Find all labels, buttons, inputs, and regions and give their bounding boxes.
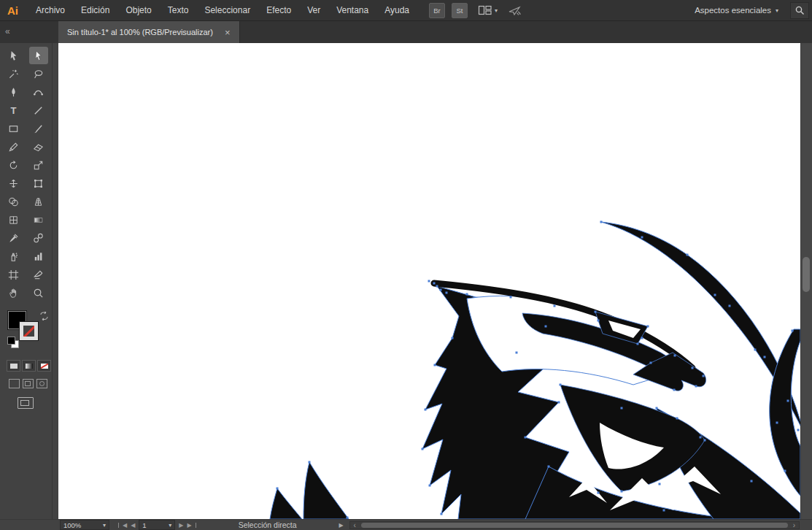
shape-builder-tool[interactable] bbox=[4, 193, 23, 210]
menu-texto[interactable]: Texto bbox=[160, 5, 197, 15]
menubar: Ai Archivo Edición Objeto Texto Seleccio… bbox=[0, 0, 812, 21]
rectangle-tool[interactable] bbox=[4, 120, 23, 137]
tools-panel: T bbox=[0, 43, 53, 519]
menu-objeto[interactable]: Objeto bbox=[117, 5, 159, 15]
direct-selection-tool[interactable] bbox=[29, 47, 48, 64]
first-artboard-button[interactable]: ◀ bbox=[123, 522, 127, 529]
previous-artboard-button[interactable]: ◀ bbox=[131, 522, 135, 529]
menu-archivo[interactable]: Archivo bbox=[28, 5, 73, 15]
last-artboard-button[interactable]: ▶ bbox=[187, 522, 191, 529]
free-transform-icon bbox=[32, 177, 45, 190]
default-swatches-icon[interactable] bbox=[7, 337, 15, 345]
zoom-level-select[interactable]: 100% ▾ bbox=[60, 520, 109, 530]
document-tab-title: Sin título-1* al 100% (RGB/Previsualizar… bbox=[67, 28, 213, 37]
zoom-tool[interactable] bbox=[29, 284, 48, 302]
artboard-icon bbox=[7, 269, 20, 281]
scroll-right-arrow[interactable]: › bbox=[789, 522, 799, 529]
eyedropper-tool[interactable] bbox=[4, 229, 23, 247]
slice-tool[interactable] bbox=[29, 266, 48, 283]
free-transform-tool[interactable] bbox=[29, 174, 48, 192]
width-tool[interactable] bbox=[4, 174, 23, 192]
canvas-area[interactable] bbox=[58, 43, 800, 519]
draw-inside-icon[interactable] bbox=[36, 379, 47, 388]
paint-mode-buttons bbox=[7, 360, 52, 372]
hand-tool[interactable] bbox=[4, 284, 23, 302]
arrange-documents-button[interactable]: ▾ bbox=[478, 4, 498, 16]
workspace-switcher[interactable]: Aspectos esenciales ▾ bbox=[695, 6, 778, 15]
gradient-button[interactable] bbox=[22, 360, 36, 372]
vertical-scrollbar-thumb[interactable] bbox=[803, 257, 810, 292]
gradient-tool[interactable] bbox=[29, 211, 48, 228]
search-icon bbox=[794, 5, 805, 15]
chevron-down-icon: ▾ bbox=[776, 7, 778, 14]
artboard-tool[interactable] bbox=[4, 266, 23, 283]
illustrator-window: { "app": { "logo": "Ai" }, "menubar": { … bbox=[0, 0, 812, 530]
selection-cursor-icon bbox=[7, 50, 20, 62]
mesh-tool[interactable] bbox=[4, 211, 23, 228]
bridge-icon[interactable]: Br bbox=[429, 3, 445, 18]
share-button[interactable] bbox=[508, 4, 522, 17]
magic-wand-tool[interactable] bbox=[4, 65, 23, 82]
app-logo[interactable]: Ai bbox=[0, 4, 28, 17]
draw-normal-icon[interactable] bbox=[9, 379, 20, 388]
document-tab[interactable]: Sin título-1* al 100% (RGB/Previsualizar… bbox=[58, 21, 240, 43]
line-segment-tool[interactable] bbox=[29, 101, 48, 119]
document-tabbar: « Sin título-1* al 100% (RGB/Previsualiz… bbox=[0, 21, 812, 43]
close-icon[interactable]: × bbox=[225, 28, 231, 37]
menu-edicion[interactable]: Edición bbox=[73, 5, 117, 15]
perspective-grid-tool[interactable] bbox=[29, 193, 48, 210]
magic-wand-icon bbox=[7, 68, 20, 80]
next-artboard-button[interactable]: ▶ bbox=[179, 522, 183, 529]
scroll-left-arrow[interactable]: ‹ bbox=[350, 522, 360, 529]
vertical-scrollbar[interactable] bbox=[800, 43, 812, 519]
fill-stroke-swatches bbox=[7, 310, 52, 353]
color-button[interactable] bbox=[7, 360, 20, 372]
search-button[interactable] bbox=[790, 2, 809, 19]
eraser-tool[interactable] bbox=[29, 138, 48, 155]
status-bar: 100% ▾ ◀ ◀ 1 ▾ ▶ ▶ Selección directa ▶ ‹… bbox=[0, 519, 812, 530]
menu-seleccionar[interactable]: Seleccionar bbox=[196, 5, 258, 15]
artboard-navigation: ◀ ◀ 1 ▾ ▶ ▶ bbox=[118, 520, 196, 530]
artboard-number-value: 1 bbox=[142, 521, 146, 529]
open-mouth bbox=[560, 385, 705, 491]
collapse-panel-icon[interactable]: « bbox=[5, 26, 10, 37]
rotate-tool[interactable] bbox=[4, 156, 23, 174]
blend-tool[interactable] bbox=[29, 229, 48, 247]
paintbrush-icon bbox=[32, 123, 45, 135]
type-tool[interactable]: T bbox=[4, 101, 23, 119]
menu-efecto[interactable]: Efecto bbox=[258, 5, 299, 15]
status-text: Selección directa bbox=[239, 521, 297, 529]
chevron-down-icon: ▾ bbox=[169, 522, 171, 529]
horizontal-scrollbar-thumb[interactable] bbox=[361, 523, 788, 528]
rotate-icon bbox=[7, 159, 20, 172]
stroke-color-swatch[interactable] bbox=[20, 322, 38, 340]
symbol-sprayer-tool[interactable] bbox=[4, 247, 23, 265]
draw-behind-icon[interactable] bbox=[23, 379, 34, 388]
lasso-tool[interactable] bbox=[29, 65, 48, 82]
none-button[interactable] bbox=[37, 360, 51, 372]
column-graph-tool[interactable] bbox=[29, 247, 48, 265]
scale-tool[interactable] bbox=[29, 156, 48, 174]
screen-mode-button[interactable] bbox=[18, 397, 34, 409]
menu-ayuda[interactable]: Ayuda bbox=[376, 5, 417, 15]
status-expand-button[interactable]: ▶ bbox=[339, 522, 344, 529]
paintbrush-tool[interactable] bbox=[29, 120, 48, 137]
pencil-tool[interactable] bbox=[4, 138, 23, 155]
eyedropper-icon bbox=[7, 232, 20, 245]
swap-fill-stroke-icon[interactable] bbox=[39, 310, 49, 323]
artboard-number-select[interactable]: 1 ▾ bbox=[139, 520, 175, 530]
nav-last-bar bbox=[196, 523, 196, 528]
menu-ventana[interactable]: Ventana bbox=[328, 5, 376, 15]
horizontal-scrollbar[interactable]: ‹ › bbox=[349, 521, 800, 529]
menu-ver[interactable]: Ver bbox=[299, 5, 328, 15]
curvature-tool[interactable] bbox=[29, 83, 48, 101]
direct-selection-cursor-icon bbox=[32, 50, 45, 62]
symbol-sprayer-icon bbox=[7, 250, 20, 263]
artwork-eagle[interactable] bbox=[58, 43, 800, 519]
rectangle-icon bbox=[7, 123, 20, 135]
lasso-icon bbox=[32, 68, 45, 80]
stock-icon[interactable]: St bbox=[452, 3, 468, 18]
shape-builder-icon bbox=[7, 196, 20, 208]
pen-tool[interactable] bbox=[4, 83, 23, 101]
selection-tool[interactable] bbox=[4, 47, 23, 64]
